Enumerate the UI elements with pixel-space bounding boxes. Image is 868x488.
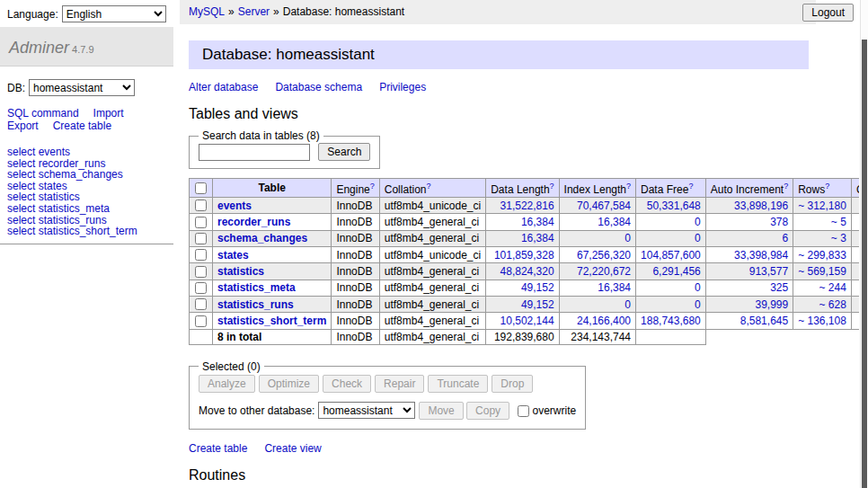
auto-increment-link[interactable]: 913,577	[749, 265, 788, 278]
repair-button[interactable]: Repair	[375, 375, 424, 393]
column-help-link[interactable]: ?	[370, 182, 375, 191]
analyze-button[interactable]: Analyze	[199, 375, 255, 393]
data-free-link[interactable]: 0	[695, 232, 701, 244]
data-free-link[interactable]: 188,743,680	[641, 315, 701, 327]
column-help-link[interactable]: ?	[550, 182, 554, 191]
rows-link[interactable]: ~ 136,108	[798, 315, 846, 327]
data-length-link[interactable]: 31,522,816	[500, 200, 554, 212]
search-button[interactable]: Search	[318, 143, 370, 161]
table-name-link[interactable]: statistics_runs	[217, 298, 294, 311]
data-length-link[interactable]: 16,384	[521, 216, 554, 228]
row-checkbox[interactable]	[195, 249, 207, 261]
db-select[interactable]: homeassistant	[29, 79, 135, 96]
row-checkbox[interactable]	[195, 266, 207, 278]
data-free-link[interactable]: 104,857,600	[641, 249, 701, 262]
column-help-link[interactable]: ?	[426, 182, 430, 191]
data-free-link[interactable]: 0	[695, 281, 701, 294]
auto-increment-link[interactable]: 325	[770, 281, 788, 294]
privileges-link[interactable]: Privileges	[379, 81, 426, 93]
move-db-select[interactable]: homeassistant	[318, 402, 415, 419]
table-name-link[interactable]: recorder_runs	[217, 216, 290, 228]
row-checkbox[interactable]	[195, 298, 207, 310]
index-length-link[interactable]: 0	[624, 298, 631, 311]
logout-button[interactable]: Logout	[802, 4, 854, 22]
data-length-link[interactable]: 16,384	[521, 232, 554, 244]
row-check-cell	[190, 313, 213, 329]
data-length-link[interactable]: 101,859,328	[494, 249, 554, 262]
sql-command-link[interactable]: SQL command	[7, 107, 79, 120]
column-help-link[interactable]: ?	[784, 182, 788, 191]
rows-link[interactable]: ~ 3	[831, 232, 846, 244]
index-length-link[interactable]: 67,256,320	[577, 249, 631, 262]
tables-table: TableEngine?Collation?Data Length?Index …	[189, 178, 859, 345]
breadcrumb-mysql-link[interactable]: MySQL	[189, 5, 225, 18]
index-length-link[interactable]: 16,384	[598, 281, 631, 294]
drop-button[interactable]: Drop	[492, 375, 533, 393]
optimize-button[interactable]: Optimize	[259, 375, 319, 393]
index-length-link[interactable]: 16,384	[598, 216, 631, 228]
rows-link[interactable]: ~ 5	[831, 216, 846, 228]
check-button[interactable]: Check	[323, 375, 371, 393]
data-length-link[interactable]: 48,824,320	[500, 265, 554, 278]
select-all-checkbox[interactable]	[195, 182, 207, 194]
truncate-button[interactable]: Truncate	[428, 375, 488, 393]
collation-cell: utf8mb4_general_ci	[379, 313, 485, 329]
breadcrumb-server-link[interactable]: Server	[238, 5, 270, 18]
sidebar-table-link[interactable]: select statistics_meta	[7, 203, 166, 215]
data-free-link[interactable]: 0	[695, 216, 701, 228]
create-table-sidebar-link[interactable]: Create table	[53, 120, 111, 132]
column-help-link[interactable]: ?	[688, 182, 693, 191]
column-help-link[interactable]: ?	[825, 182, 829, 191]
data-free-link[interactable]: 6,291,456	[652, 265, 700, 278]
table-name-link[interactable]: events	[217, 200, 252, 212]
index-length-link[interactable]: 0	[624, 232, 631, 244]
database-schema-link[interactable]: Database schema	[275, 81, 362, 93]
rows-link[interactable]: ~ 628	[819, 298, 846, 311]
scrollbar-thumb[interactable]	[862, 40, 867, 488]
overwrite-checkbox[interactable]	[518, 405, 529, 417]
index-length-link[interactable]: 70,467,584	[577, 200, 631, 212]
row-checkbox[interactable]	[195, 200, 207, 211]
import-link[interactable]: Import	[93, 107, 124, 120]
table-name-link[interactable]: statistics_short_term	[217, 315, 326, 327]
data-length-link[interactable]: 49,152	[521, 298, 554, 311]
rows-link[interactable]: ~ 299,833	[798, 249, 846, 262]
row-checkbox[interactable]	[195, 282, 207, 294]
export-link[interactable]: Export	[7, 120, 39, 132]
rows-link[interactable]: ~ 244	[819, 281, 846, 294]
auto-increment-link[interactable]: 378	[770, 216, 788, 228]
rows-link[interactable]: ~ 312,180	[798, 200, 846, 212]
auto-increment-link[interactable]: 33,898,196	[734, 200, 788, 212]
alter-database-link[interactable]: Alter database	[189, 81, 258, 93]
row-checkbox[interactable]	[195, 233, 207, 244]
copy-button[interactable]: Copy	[466, 402, 509, 420]
move-button[interactable]: Move	[419, 402, 463, 420]
sidebar-table-link[interactable]: select statistics_short_term	[7, 226, 166, 237]
table-name-link[interactable]: states	[217, 249, 249, 262]
create-table-link[interactable]: Create table	[189, 442, 247, 455]
scrollbar[interactable]	[860, 0, 868, 488]
table-name-link[interactable]: statistics	[217, 265, 264, 278]
auto-increment-link[interactable]: 6	[782, 232, 788, 244]
column-help-link[interactable]: ?	[626, 182, 631, 191]
row-checkbox[interactable]	[195, 315, 207, 327]
sidebar-table-link[interactable]: select schema_changes	[7, 169, 166, 181]
data-length-link[interactable]: 10,502,144	[500, 315, 554, 327]
index-length-link[interactable]: 24,166,400	[577, 315, 631, 327]
create-view-link[interactable]: Create view	[264, 442, 321, 455]
data-free-link[interactable]: 50,331,648	[647, 200, 701, 212]
auto-increment-link[interactable]: 8,581,645	[740, 315, 788, 327]
auto-increment-link[interactable]: 33,398,984	[734, 249, 788, 262]
comment-cell	[851, 198, 859, 214]
data-length-link[interactable]: 49,152	[521, 281, 554, 294]
auto-increment-link[interactable]: 39,999	[755, 298, 788, 311]
data-free-link[interactable]: 0	[695, 298, 701, 311]
language-select[interactable]: English	[62, 5, 166, 22]
rows-link[interactable]: ~ 569,159	[798, 265, 846, 278]
table-name-link[interactable]: schema_changes	[217, 232, 307, 244]
table-name-link[interactable]: statistics_meta	[217, 281, 296, 294]
search-input[interactable]	[199, 144, 310, 161]
row-checkbox[interactable]	[195, 217, 207, 228]
sidebar-table-link[interactable]: select events	[7, 146, 166, 158]
index-length-link[interactable]: 72,220,672	[577, 265, 631, 278]
